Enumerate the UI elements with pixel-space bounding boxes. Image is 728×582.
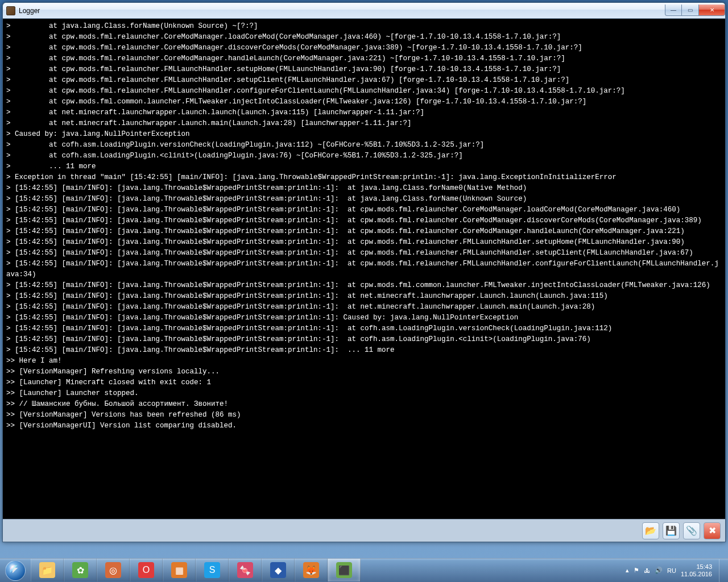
log-line: > [15:42:55] [main/INFO]: [java.lang.Thr… bbox=[6, 183, 722, 194]
log-line: >> [Launcher] Minecraft closed with exit… bbox=[6, 377, 722, 388]
show-desktop-button[interactable] bbox=[719, 559, 726, 582]
green-app-icon: ✿ bbox=[72, 562, 88, 578]
titlebar[interactable]: Logger — ▭ ✕ bbox=[3, 3, 725, 19]
kill-process-button[interactable]: ✖ bbox=[704, 522, 721, 539]
log-line: > at cpw.mods.fml.relauncher.FMLLaunchHa… bbox=[6, 75, 722, 86]
log-line: >> // Шаманские бубны. Большой ассортиме… bbox=[6, 399, 722, 410]
save-log-button[interactable]: 💾 bbox=[663, 522, 680, 539]
taskbar-app-green-app[interactable]: ✿ bbox=[64, 559, 97, 581]
log-line: > at net.minecraft.launchwrapper.Launch.… bbox=[6, 107, 722, 118]
log-line: > at net.minecraft.launchwrapper.Launch.… bbox=[6, 118, 722, 129]
app-icon bbox=[6, 6, 15, 15]
candy-app-icon: 🍬 bbox=[237, 562, 253, 578]
opera-icon: O bbox=[138, 562, 154, 578]
save-icon: 💾 bbox=[665, 525, 677, 536]
minimize-button[interactable]: — bbox=[665, 5, 682, 16]
taskbar: 📁✿◎O▦S🍬◆🦊⬛ ▴ ⚑ 🖧 🔊 RU 15:43 11.05.2016 bbox=[0, 558, 728, 582]
tray-date: 11.05.2016 bbox=[681, 571, 712, 578]
close-icon: ✖ bbox=[709, 525, 716, 536]
log-line: > [15:42:55] [main/INFO]: [java.lang.Thr… bbox=[6, 291, 722, 302]
log-line: > [15:42:55] [main/INFO]: [java.lang.Thr… bbox=[6, 280, 722, 291]
firefox-icon: 🦊 bbox=[303, 562, 319, 578]
network-icon[interactable]: 🖧 bbox=[644, 567, 650, 574]
log-line: > at cpw.mods.fml.relauncher.CoreModMana… bbox=[6, 43, 722, 53]
folder-icon: 📂 bbox=[645, 525, 656, 536]
log-line: >> Here I am! bbox=[6, 356, 722, 367]
log-line: > [15:42:55] [main/INFO]: [java.lang.Thr… bbox=[6, 259, 722, 280]
log-line: > at cofh.asm.LoadingPlugin.versionCheck… bbox=[6, 140, 722, 151]
start-button[interactable] bbox=[0, 559, 31, 582]
minecraft-icon: ⬛ bbox=[336, 562, 352, 578]
taskbar-app-opera[interactable]: O bbox=[130, 559, 163, 581]
language-indicator[interactable]: RU bbox=[667, 567, 676, 574]
flag-icon[interactable]: ⚑ bbox=[634, 567, 639, 574]
log-line: > at cpw.mods.fml.relauncher.FMLLaunchHa… bbox=[6, 64, 722, 75]
blue-app-icon: ◆ bbox=[270, 562, 286, 578]
burn-app-icon: ◎ bbox=[105, 562, 121, 578]
log-line: > [15:42:55] [main/INFO]: [java.lang.Thr… bbox=[6, 237, 722, 248]
log-line: > Caused by: java.lang.NullPointerExcept… bbox=[6, 129, 722, 140]
paperclip-icon: 📎 bbox=[686, 525, 697, 536]
log-output[interactable]: > at java.lang.Class.forName(Unknown Sou… bbox=[3, 19, 725, 519]
taskbar-app-orange-app[interactable]: ▦ bbox=[163, 559, 196, 581]
close-button[interactable]: ✕ bbox=[699, 5, 725, 16]
log-line: > [15:42:55] [main/INFO]: [java.lang.Thr… bbox=[6, 313, 722, 323]
log-line: > [15:42:55] [main/INFO]: [java.lang.Thr… bbox=[6, 215, 722, 226]
taskbar-app-explorer[interactable]: 📁 bbox=[31, 559, 64, 581]
orange-app-icon: ▦ bbox=[171, 562, 187, 578]
log-line: > at cofh.asm.LoadingPlugin.<clinit>(Loa… bbox=[6, 151, 722, 161]
log-line: > at cpw.mods.fml.common.launcher.FMLTwe… bbox=[6, 97, 722, 107]
log-line: > [15:42:55] [main/INFO]: [java.lang.Thr… bbox=[6, 345, 722, 356]
tray-clock[interactable]: 15:43 11.05.2016 bbox=[681, 563, 714, 578]
taskbar-app-minecraft[interactable]: ⬛ bbox=[328, 559, 361, 581]
log-line: > [15:42:55] [main/INFO]: [java.lang.Thr… bbox=[6, 334, 722, 345]
taskbar-app-skype[interactable]: S bbox=[196, 559, 229, 581]
log-line: > [15:42:55] [main/INFO]: [java.lang.Thr… bbox=[6, 302, 722, 313]
window-title: Logger bbox=[19, 7, 665, 15]
log-line: > ... 11 more bbox=[6, 161, 722, 172]
taskbar-app-candy-app[interactable]: 🍬 bbox=[229, 559, 262, 581]
taskbar-pins: 📁✿◎O▦S🍬◆🦊⬛ bbox=[31, 559, 361, 582]
open-folder-button[interactable]: 📂 bbox=[642, 522, 659, 539]
log-line: >> [VersionManagerUI] Version list compa… bbox=[6, 421, 722, 431]
volume-icon[interactable]: 🔊 bbox=[655, 567, 663, 574]
tray-chevron-icon[interactable]: ▴ bbox=[626, 567, 629, 574]
log-line: > [15:42:55] [main/INFO]: [java.lang.Thr… bbox=[6, 248, 722, 259]
log-line: > [15:42:55] [main/INFO]: [java.lang.Thr… bbox=[6, 205, 722, 215]
log-line: > [15:42:55] [main/INFO]: [java.lang.Thr… bbox=[6, 194, 722, 205]
log-line: > [15:42:55] [main/INFO]: [java.lang.Thr… bbox=[6, 226, 722, 237]
window-controls: — ▭ ✕ bbox=[665, 5, 725, 16]
tray-time: 15:43 bbox=[681, 563, 712, 571]
log-line: > at cpw.mods.fml.relauncher.FMLLaunchHa… bbox=[6, 86, 722, 97]
windows-orb-icon bbox=[5, 560, 26, 581]
log-line: > [15:42:55] [main/INFO]: [java.lang.Thr… bbox=[6, 323, 722, 334]
explorer-icon: 📁 bbox=[39, 562, 55, 578]
taskbar-app-firefox[interactable]: 🦊 bbox=[295, 559, 328, 581]
log-line: >> [VersionManager] Versions has been re… bbox=[6, 410, 722, 421]
log-line: > Exception in thread "main" [15:42:55] … bbox=[6, 172, 722, 183]
attach-button[interactable]: 📎 bbox=[683, 522, 700, 539]
log-line: > at java.lang.Class.forName(Unknown Sou… bbox=[6, 21, 722, 32]
taskbar-app-burn-app[interactable]: ◎ bbox=[97, 559, 130, 581]
log-line: > at cpw.mods.fml.relauncher.CoreModMana… bbox=[6, 53, 722, 64]
logger-window: Logger — ▭ ✕ > at java.lang.Class.forNam… bbox=[2, 2, 726, 542]
log-line: >> [VersionManager] Refreshing versions … bbox=[6, 367, 722, 377]
bottom-toolbar: 📂 💾 📎 ✖ bbox=[3, 519, 725, 542]
taskbar-app-blue-app[interactable]: ◆ bbox=[262, 559, 295, 581]
system-tray: ▴ ⚑ 🖧 🔊 RU 15:43 11.05.2016 bbox=[621, 559, 728, 582]
skype-icon: S bbox=[204, 562, 220, 578]
maximize-button[interactable]: ▭ bbox=[682, 5, 699, 16]
log-line: >> [Launcher] Launcher stopped. bbox=[6, 388, 722, 399]
log-line: > at cpw.mods.fml.relauncher.CoreModMana… bbox=[6, 32, 722, 43]
